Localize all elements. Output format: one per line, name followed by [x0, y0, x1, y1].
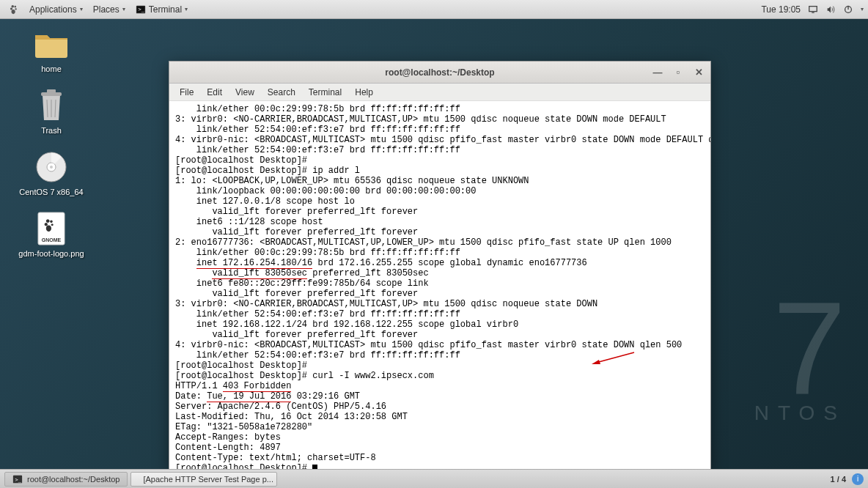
taskbar-item-label: [Apache HTTP Server Test Page p... — [143, 475, 273, 484]
desktop-icon-label: gdm-foot-logo.png — [18, 249, 84, 258]
places-menu[interactable]: Places▾ — [89, 3, 130, 16]
gnome-foot-menu[interactable] — [4, 3, 23, 16]
terminal-line: 2: eno16777736: <BROADCAST,MULTICAST,UP,… — [175, 237, 705, 248]
terminal-line: inet 192.168.122.1/24 brd 192.168.122.25… — [175, 319, 705, 330]
trash-icon — [34, 88, 69, 123]
svg-rect-4 — [812, 12, 814, 12]
svg-rect-8 — [47, 89, 56, 93]
taskbar-item-terminal[interactable]: >_ root@localhost:~/Desktop — [4, 472, 128, 487]
terminal-line: 4: virbr0-nic: <BROADCAST,MULTICAST> mtu… — [175, 135, 705, 145]
menu-search[interactable]: Search — [262, 86, 301, 99]
close-button[interactable]: ✕ — [693, 67, 705, 78]
terminal-line: Accept-Ranges: bytes — [175, 432, 705, 443]
centos-watermark: 7 NTOS — [754, 296, 846, 425]
terminal-line: Date: Tue, 19 Jul 2016 03:29:16 GMT — [175, 391, 705, 402]
maximize-button[interactable]: ▫ — [672, 67, 684, 78]
terminal-line: [root@localhost Desktop]# — [175, 155, 705, 166]
terminal-line: link/ether 00:0c:29:99:78:5b brd ff:ff:f… — [175, 248, 705, 258]
terminal-line: valid_lft forever preferred_lft forever — [175, 227, 705, 237]
terminal-line: link/ether 00:0c:29:99:78:5b brd ff:ff:f… — [175, 104, 705, 114]
terminal-line: inet6 ::1/128 scope host — [175, 217, 705, 227]
menu-help[interactable]: Help — [349, 86, 379, 99]
svg-text:GNOME: GNOME — [42, 237, 62, 243]
desktop[interactable]: home Trash CentOS 7 x86_64 GNOME gdm-foo… — [0, 19, 868, 469]
svg-text:>_: >_ — [138, 6, 144, 12]
power-icon[interactable] — [843, 4, 853, 15]
desktop-icon-trash[interactable]: Trash — [15, 88, 88, 135]
terminal-line: valid_lft forever preferred_lft forever — [175, 207, 705, 217]
screen-icon[interactable] — [808, 4, 818, 15]
svg-rect-3 — [809, 6, 817, 11]
chevron-down-icon: ▾ — [185, 6, 188, 12]
menu-file[interactable]: File — [174, 86, 199, 99]
terminal-line: inet6 fe80::20c:29ff:fe99:785b/64 scope … — [175, 278, 705, 289]
terminal-icon: >_ — [12, 474, 23, 484]
clock[interactable]: Tue 19:05 — [761, 4, 801, 15]
terminal-line: [root@localhost Desktop]# curl -I www2.i… — [175, 371, 705, 381]
terminal-line: [root@localhost Desktop]# ip addr l — [175, 166, 705, 176]
window-titlebar[interactable]: root@localhost:~/Desktop — ▫ ✕ — [169, 62, 710, 84]
chevron-down-icon: ▾ — [122, 6, 125, 12]
bottom-taskbar: >_ root@localhost:~/Desktop [Apache HTTP… — [0, 469, 868, 488]
taskbar-item-firefox[interactable]: [Apache HTTP Server Test Page p... — [130, 472, 277, 487]
terminal-line: inet 127.0.0.1/8 scope host lo — [175, 196, 705, 207]
volume-icon[interactable] — [825, 4, 836, 15]
desktop-icon-disc[interactable]: CentOS 7 x86_64 — [15, 149, 88, 196]
svg-point-14 — [50, 166, 53, 169]
image-file-icon: GNOME — [34, 211, 69, 246]
terminal-line: 4: virbr0-nic: <BROADCAST,MULTICAST> mtu… — [175, 340, 705, 350]
terminal-line: link/ether 52:54:00:ef:f3:e7 brd ff:ff:f… — [175, 145, 705, 155]
terminal-line: Server: Apache/2.4.6 (CentOS) PHP/5.4.16 — [175, 402, 705, 412]
terminal-window: root@localhost:~/Desktop — ▫ ✕ File Edit… — [169, 61, 711, 471]
terminal-line: Last-Modified: Thu, 16 Oct 2014 13:20:58… — [175, 412, 705, 422]
applications-menu[interactable]: Applications▾ — [25, 3, 87, 16]
gnome-topbar: Applications▾ Places▾ >_ Terminal▾ Tue 1… — [0, 0, 868, 19]
terminal-appmenu[interactable]: >_ Terminal▾ — [131, 3, 192, 16]
desktop-icon-label: Trash — [41, 126, 62, 135]
terminal-line: link/ether 52:54:00:ef:f3:e7 brd ff:ff:f… — [175, 125, 705, 135]
terminal-line: link/ether 52:54:00:ef:f3:e7 brd ff:ff:f… — [175, 309, 705, 319]
terminal-line: inet 172.16.254.180/16 brd 172.16.255.25… — [175, 258, 705, 268]
terminal-line: valid_lft forever preferred_lft forever — [175, 330, 705, 340]
folder-icon — [34, 26, 69, 62]
terminal-line: link/loopback 00:00:00:00:00:00 brd 00:0… — [175, 186, 705, 196]
terminal-line: valid_lft forever preferred_lft forever — [175, 289, 705, 299]
terminal-line: 3: virbr0: <NO-CARRIER,BROADCAST,MULTICA… — [175, 299, 705, 309]
chevron-down-icon: ▾ — [80, 6, 83, 12]
taskbar-item-label: root@localhost:~/Desktop — [27, 475, 119, 484]
minimize-button[interactable]: — — [652, 67, 663, 78]
terminal-line: 1: lo: <LOOPBACK,UP,LOWER_UP> mtu 65536 … — [175, 176, 705, 186]
terminal-line: link/ether 52:54:00:ef:f3:e7 brd ff:ff:f… — [175, 350, 705, 361]
desktop-icon-label: CentOS 7 x86_64 — [19, 188, 83, 196]
terminal-line: 3: virbr0: <NO-CARRIER,BROADCAST,MULTICA… — [175, 114, 705, 125]
disc-icon — [34, 149, 69, 185]
chevron-down-icon: ▾ — [861, 6, 864, 12]
desktop-icon-image[interactable]: GNOME gdm-foot-logo.png — [15, 211, 88, 258]
terminal-content[interactable]: link/ether 00:0c:29:99:78:5b brd ff:ff:f… — [169, 101, 710, 470]
terminal-menubar: File Edit View Search Terminal Help — [169, 84, 710, 101]
window-title: root@localhost:~/Desktop — [385, 67, 494, 78]
terminal-line: [root@localhost Desktop]# — [175, 361, 705, 371]
menu-terminal[interactable]: Terminal — [303, 86, 347, 99]
terminal-line: Content-Type: text/html; charset=UTF-8 — [175, 453, 705, 463]
workspace-indicator[interactable]: 1 / 4 — [831, 475, 846, 484]
tray-info-icon[interactable]: i — [852, 473, 864, 485]
svg-text:>_: >_ — [15, 476, 22, 482]
gnome-foot-icon — [9, 4, 19, 15]
terminal-line: ETag: "1321-5058a1e728280" — [175, 422, 705, 432]
terminal-line: HTTP/1.1 403 Forbidden — [175, 381, 705, 391]
terminal-line: valid_lft 83050sec preferred_lft 83050se… — [175, 268, 705, 278]
terminal-line: Content-Length: 4897 — [175, 443, 705, 453]
menu-view[interactable]: View — [229, 86, 260, 99]
desktop-icon-label: home — [41, 64, 62, 73]
menu-edit[interactable]: Edit — [201, 86, 228, 99]
desktop-icon-home[interactable]: home — [15, 26, 88, 73]
terminal-icon: >_ — [136, 4, 146, 15]
